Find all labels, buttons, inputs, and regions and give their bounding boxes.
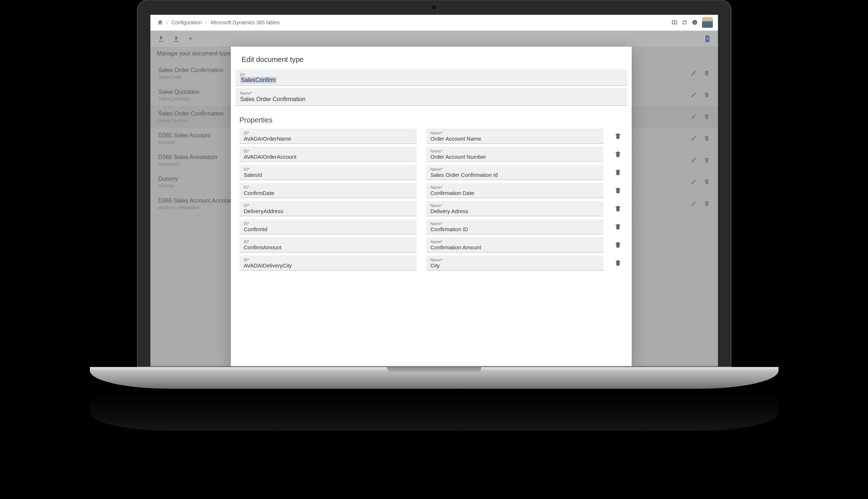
property-name-field[interactable]: Name* Confirmation Amount bbox=[426, 237, 603, 252]
property-id-value[interactable]: DeliveryAddress bbox=[244, 207, 412, 214]
camera bbox=[432, 5, 436, 9]
property-name-label: Name* bbox=[431, 203, 599, 207]
property-id-value[interactable]: SalesId bbox=[244, 171, 412, 178]
property-id-field[interactable]: ID* SalesId bbox=[240, 165, 417, 180]
property-name-value[interactable]: Confirmation ID bbox=[431, 225, 599, 232]
property-id-value[interactable]: AVADAIOrderName bbox=[244, 135, 412, 141]
edit-icon[interactable] bbox=[690, 157, 697, 163]
property-name-label: Name* bbox=[431, 185, 599, 189]
delete-icon[interactable] bbox=[703, 200, 710, 207]
add-icon[interactable] bbox=[187, 35, 194, 42]
property-name-value[interactable]: Confirmation Date bbox=[431, 189, 599, 196]
delete-property-icon[interactable] bbox=[613, 205, 623, 212]
breadcrumb-separator-icon: › bbox=[204, 20, 208, 25]
property-id-field[interactable]: ID* DeliveryAddress bbox=[240, 201, 417, 216]
property-name-field[interactable]: Name* Confirmation Date bbox=[426, 183, 603, 198]
property-name-field[interactable]: Name* Order Account Number bbox=[426, 146, 603, 162]
property-id-field[interactable]: ID* AVADAIOrderName bbox=[240, 128, 417, 144]
property-id-label: ID* bbox=[244, 149, 412, 153]
property-name-label: Name* bbox=[431, 257, 599, 262]
edit-icon[interactable] bbox=[690, 179, 697, 185]
property-id-value[interactable]: ConfirmAmount bbox=[244, 244, 412, 250]
property-id-field[interactable]: ID* ConfirmDate bbox=[240, 183, 417, 198]
laptop-bezel: ‹ Configuration › Microsoft Dynamics 365… bbox=[137, 0, 731, 367]
delete-icon[interactable] bbox=[703, 179, 710, 185]
property-name-field[interactable]: Name* Sales Order Confirmation Id bbox=[426, 165, 603, 180]
modal-title: Edit document type bbox=[231, 46, 632, 69]
edit-document-type-modal: Edit document type ID* SalesConfirm Name… bbox=[231, 46, 632, 366]
properties-heading: Properties bbox=[231, 108, 632, 128]
delete-property-icon[interactable] bbox=[613, 223, 623, 230]
property-id-value[interactable]: AVADAIDeliveryCity bbox=[244, 262, 412, 268]
delete-icon[interactable] bbox=[703, 70, 710, 76]
delete-property-icon[interactable] bbox=[613, 132, 623, 140]
property-row: ID* AVADAIOrderAccount Name* Order Accou… bbox=[231, 146, 632, 165]
property-row: ID* ConfirmId Name* Confirmation ID bbox=[231, 219, 632, 237]
info-icon[interactable]: i bbox=[690, 17, 700, 28]
property-name-value[interactable]: Confirmation Amount bbox=[431, 244, 599, 250]
property-id-field[interactable]: ID* ConfirmId bbox=[240, 219, 417, 234]
delete-icon[interactable] bbox=[703, 157, 710, 163]
property-id-value[interactable]: AVADAIOrderAccount bbox=[244, 153, 412, 159]
name-field[interactable]: Name* Sales Order Confirmation bbox=[235, 88, 627, 105]
delete-property-icon[interactable] bbox=[613, 187, 623, 194]
property-name-field[interactable]: Name* City bbox=[426, 255, 603, 270]
id-field[interactable]: ID* SalesConfirm bbox=[235, 69, 627, 86]
property-name-value[interactable]: City bbox=[431, 262, 599, 268]
breadcrumb-tables[interactable]: Microsoft Dynamics 365 tables bbox=[208, 20, 282, 25]
property-id-field[interactable]: ID* ConfirmAmount bbox=[240, 237, 417, 252]
svg-text:i: i bbox=[694, 21, 695, 25]
property-row: ID* DeliveryAddress Name* Delivery Adres… bbox=[231, 201, 632, 219]
property-id-value[interactable]: ConfirmId bbox=[244, 225, 412, 232]
property-name-value[interactable]: Sales Order Confirmation Id bbox=[431, 171, 599, 178]
laptop-frame: ‹ Configuration › Microsoft Dynamics 365… bbox=[137, 0, 731, 431]
property-name-field[interactable]: Name* Order Account Name bbox=[426, 128, 603, 144]
delete-property-icon[interactable] bbox=[613, 169, 623, 176]
property-name-field[interactable]: Name* Confirmation ID bbox=[426, 219, 603, 234]
download-icon[interactable] bbox=[172, 34, 180, 42]
popout-icon[interactable] bbox=[680, 17, 690, 28]
property-id-value[interactable]: ConfirmDate bbox=[244, 189, 412, 196]
property-id-field[interactable]: ID* AVADAIDeliveryCity bbox=[240, 255, 417, 270]
property-id-field[interactable]: ID* AVADAIOrderAccount bbox=[240, 146, 417, 162]
export-icon[interactable] bbox=[703, 34, 711, 42]
edit-icon[interactable] bbox=[690, 92, 697, 98]
property-name-label: Name* bbox=[431, 221, 599, 225]
name-field-value[interactable]: Sales Order Confirmation bbox=[240, 95, 622, 103]
property-id-label: ID* bbox=[244, 257, 412, 262]
laptop-reflection bbox=[90, 391, 778, 431]
delete-property-icon[interactable] bbox=[613, 150, 623, 158]
property-name-label: Name* bbox=[431, 149, 599, 153]
property-row: ID* ConfirmDate Name* Confirmation Date bbox=[231, 183, 632, 201]
property-name-value[interactable]: Order Account Number bbox=[431, 153, 599, 159]
layout-icon[interactable] bbox=[669, 17, 680, 28]
toolbar bbox=[150, 30, 718, 46]
property-row: ID* AVADAIOrderName Name* Order Account … bbox=[231, 128, 632, 146]
property-name-label: Name* bbox=[431, 130, 599, 135]
property-id-label: ID* bbox=[244, 185, 412, 189]
delete-icon[interactable] bbox=[703, 113, 710, 120]
delete-icon[interactable] bbox=[703, 135, 710, 142]
property-name-value[interactable]: Delivery Adress bbox=[431, 207, 599, 214]
delete-property-icon[interactable] bbox=[613, 241, 623, 248]
name-field-label: Name* bbox=[240, 91, 622, 95]
edit-icon[interactable] bbox=[690, 70, 697, 76]
edit-icon[interactable] bbox=[690, 200, 697, 207]
property-id-label: ID* bbox=[244, 130, 412, 135]
edit-icon[interactable] bbox=[690, 113, 697, 120]
user-avatar[interactable] bbox=[702, 17, 713, 28]
delete-icon[interactable] bbox=[703, 92, 710, 98]
upload-icon[interactable] bbox=[157, 34, 165, 42]
home-icon[interactable] bbox=[155, 19, 165, 26]
property-row: ID* SalesId Name* Sales Order Confirmati… bbox=[231, 165, 632, 183]
property-name-field[interactable]: Name* Delivery Adress bbox=[426, 201, 603, 216]
edit-icon[interactable] bbox=[690, 135, 697, 142]
breadcrumb-configuration[interactable]: Configuration bbox=[169, 20, 204, 25]
topbar: ‹ Configuration › Microsoft Dynamics 365… bbox=[150, 14, 718, 30]
property-name-value[interactable]: Order Account Name bbox=[431, 135, 599, 141]
property-row: ID* AVADAIDeliveryCity Name* City bbox=[231, 255, 632, 273]
breadcrumb-back-icon[interactable]: ‹ bbox=[165, 20, 170, 25]
property-id-label: ID* bbox=[244, 203, 412, 207]
delete-property-icon[interactable] bbox=[613, 259, 623, 266]
id-field-value[interactable]: SalesConfirm bbox=[240, 76, 277, 83]
